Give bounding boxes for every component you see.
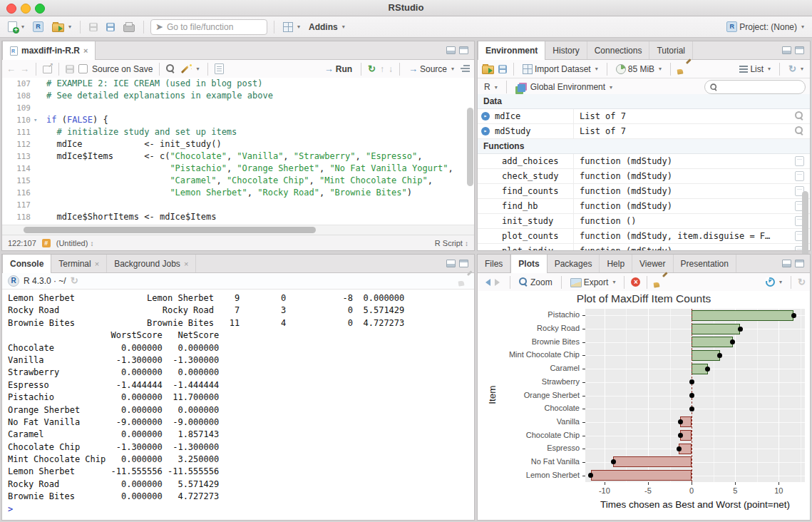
source-on-save-checkbox[interactable] — [78, 64, 88, 73]
maximize-pane-icon[interactable] — [459, 260, 468, 267]
code-line[interactable]: 111 # initialize study and set up items — [2, 126, 474, 138]
env-row[interactable]: init_studyfunction () — [478, 214, 810, 229]
memory-usage-button[interactable]: 85 MiB — [614, 63, 664, 76]
env-row[interactable]: ▸mdStudyList of 7 — [478, 124, 810, 139]
minimize-pane-icon[interactable] — [446, 46, 456, 54]
open-file-button[interactable] — [50, 20, 73, 34]
refresh-plot-icon[interactable]: ↻ — [798, 278, 806, 287]
code-line[interactable]: 117 — [2, 199, 474, 211]
maximize-pane-icon[interactable] — [459, 46, 468, 54]
close-tab-icon[interactable]: × — [95, 260, 99, 268]
code-line[interactable]: 115 "Caramel", "Chocolate Chip", "Mint C… — [2, 175, 474, 187]
save-workspace-icon[interactable] — [498, 65, 507, 73]
vertical-scrollbar[interactable] — [467, 108, 473, 186]
next-plot-icon[interactable] — [495, 279, 503, 286]
next-chunk-icon[interactable]: ↓ — [389, 64, 393, 74]
document-outline-select[interactable]: (Untitled) ↕ — [56, 239, 94, 247]
addins-menu[interactable]: Addins — [307, 21, 347, 34]
tab-source-file[interactable]: R maxdiff-in-R.R × — [2, 41, 96, 60]
code-line[interactable]: 107# EXAMPLE 2: ICE CREAM (used in blog … — [2, 78, 474, 90]
goto-file-function-input[interactable]: ➤ Go to file/function — [150, 19, 267, 35]
clear-all-plots-icon[interactable] — [654, 277, 664, 287]
view-function-icon[interactable] — [795, 171, 804, 181]
view-object-icon[interactable] — [795, 126, 804, 135]
document-outline-icon[interactable] — [461, 65, 470, 73]
environment-select[interactable]: Global Environment — [513, 81, 615, 93]
minimize-pane-icon[interactable] — [782, 260, 791, 267]
env-row[interactable]: check_studyfunction (mdStudy) — [478, 169, 810, 184]
close-tab-icon[interactable]: × — [184, 260, 188, 268]
print-button[interactable] — [121, 20, 137, 34]
code-line[interactable]: 118 mdIce$ShortItems <- mdIce$Items — [2, 211, 474, 223]
compile-report-icon[interactable] — [215, 63, 224, 74]
clear-environment-icon[interactable] — [677, 64, 687, 74]
env-row[interactable]: plot_indivfunction (mdStudy) — [478, 244, 810, 250]
forward-icon[interactable]: → — [20, 63, 29, 74]
rerun-icon[interactable]: ↻ — [368, 65, 376, 73]
project-menu[interactable]: R Project: (None) — [724, 20, 806, 34]
code-line[interactable]: 108# See detailed explanations in exampl… — [2, 90, 474, 102]
back-icon[interactable]: ← — [6, 63, 16, 74]
env-row[interactable]: find_countsfunction (mdStudy) — [478, 184, 810, 199]
language-select[interactable]: R — [482, 81, 500, 93]
tab-connections[interactable]: Connections — [587, 41, 650, 59]
expand-arrow-icon[interactable]: ▸ — [481, 127, 490, 135]
tab-environment[interactable]: Environment — [478, 41, 545, 60]
console-prompt[interactable]: > — [8, 503, 474, 516]
tab-plots[interactable]: Plots — [510, 255, 547, 273]
tab-history[interactable]: History — [545, 41, 587, 59]
open-in-new-window-icon[interactable] — [43, 66, 52, 73]
save-all-button[interactable] — [104, 21, 117, 33]
minimize-pane-icon[interactable] — [446, 260, 456, 267]
save-source-icon[interactable] — [66, 65, 74, 73]
maximize-pane-icon[interactable] — [795, 260, 804, 267]
code-line[interactable]: 114 "Pistachio", "Orange Sherbet", "No F… — [2, 163, 474, 175]
tab-help[interactable]: Help — [600, 255, 632, 272]
run-button[interactable]: → Run — [322, 62, 354, 76]
env-row[interactable]: add_choicesfunction (mdStudy) — [478, 154, 810, 169]
code-line[interactable]: 110▾if (FALSE) { — [2, 114, 474, 126]
tab-presentation[interactable]: Presentation — [674, 255, 736, 272]
previous-plot-icon[interactable] — [482, 279, 490, 286]
refresh-environment-button[interactable]: ↻ — [786, 63, 806, 75]
previous-chunk-icon[interactable]: ↑ — [380, 64, 384, 74]
view-function-icon[interactable] — [795, 156, 804, 166]
load-workspace-icon[interactable] — [482, 66, 494, 74]
tab-terminal[interactable]: Terminal× — [51, 255, 107, 272]
tab-console[interactable]: Console — [2, 255, 51, 273]
maximize-pane-icon[interactable] — [795, 46, 804, 54]
tab-background-jobs[interactable]: Background Jobs× — [107, 255, 196, 272]
pane-layout-button[interactable] — [281, 21, 302, 34]
remove-plot-icon[interactable]: × — [631, 277, 640, 287]
code-area[interactable]: 107# EXAMPLE 2: ICE CREAM (used in blog … — [2, 78, 474, 235]
tab-tutorial[interactable]: Tutorial — [649, 41, 693, 59]
source-button[interactable]: → Source — [406, 62, 456, 76]
env-row[interactable]: find_hbfunction (mdStudy) — [478, 199, 810, 214]
close-tab-icon[interactable]: × — [83, 46, 88, 55]
new-project-button[interactable]: R — [31, 20, 46, 34]
code-tools-button[interactable] — [180, 63, 201, 76]
env-row[interactable]: plot_countsfunction (mdStudy, item.disgu… — [478, 229, 810, 244]
horizontal-scrollbar-thumb[interactable] — [24, 227, 316, 233]
tab-viewer[interactable]: Viewer — [632, 255, 673, 272]
list-view-button[interactable]: List — [737, 63, 773, 76]
code-line[interactable]: 113 mdIce$Items <- c("Chocolate", "Vanil… — [2, 150, 474, 163]
clear-console-icon[interactable] — [458, 276, 468, 286]
tab-packages[interactable]: Packages — [548, 255, 600, 272]
horizontal-scrollbar-track[interactable] — [2, 225, 474, 235]
expand-arrow-icon[interactable]: ▸ — [481, 112, 490, 121]
find-replace-icon[interactable] — [166, 64, 175, 73]
export-plot-button[interactable]: Export — [568, 275, 618, 289]
console-output[interactable]: Lemon Sherbet Lemon Sherbet 9 0 -8 0.000… — [2, 289, 474, 520]
tab-files[interactable]: Files — [478, 255, 510, 272]
import-dataset-button[interactable]: Import Dataset — [520, 63, 600, 76]
publish-plot-button[interactable] — [764, 276, 784, 288]
fold-arrow-icon[interactable]: ▾ — [34, 114, 37, 126]
env-row[interactable]: ▸mdIceList of 7 — [478, 109, 810, 124]
view-object-icon[interactable] — [795, 111, 804, 121]
code-line[interactable]: 116 "Lemon Sherbet", "Rocky Road", "Brow… — [2, 187, 474, 199]
code-line[interactable]: 109 — [2, 102, 474, 114]
save-button[interactable] — [87, 21, 100, 33]
code-line[interactable]: 112 mdIce <- init_study() — [2, 138, 474, 150]
zoom-plot-button[interactable]: Zoom — [517, 276, 555, 289]
